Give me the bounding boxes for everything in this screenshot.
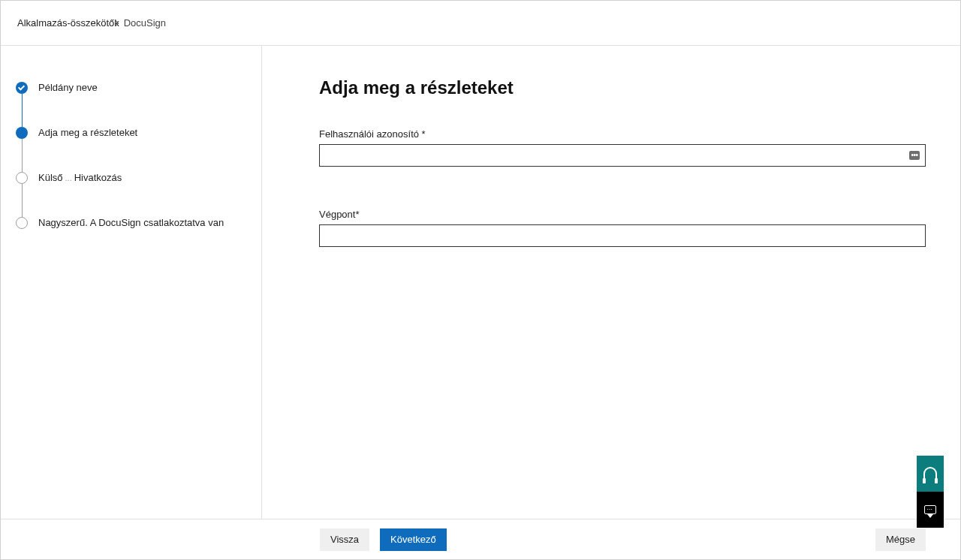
main-panel: Adja meg a részleteket Felhasználói azon…	[262, 46, 960, 519]
floating-actions	[917, 456, 944, 528]
back-button[interactable]: Vissza	[320, 528, 369, 551]
form-group-endpoint: Végpont*	[319, 209, 926, 247]
step-item-details[interactable]: Adja meg a részleteket	[16, 127, 261, 172]
step-connector	[22, 94, 23, 127]
step-label: Példány neve	[38, 82, 98, 94]
headset-icon	[923, 467, 937, 480]
step-label: Adja meg a részleteket	[38, 127, 137, 139]
user-id-label: Felhasználói azonosító *	[319, 128, 926, 140]
step-label: Nagyszerű. A DocuSign csatlakoztatva van	[38, 217, 224, 229]
breadcrumb-root[interactable]: Alkalmazás-összekötők	[17, 17, 119, 29]
step-connector	[22, 184, 23, 217]
chat-icon	[924, 505, 936, 514]
step-completed-icon	[16, 82, 28, 94]
step-item-external-link[interactable]: Külső...Hivatkozás	[16, 172, 261, 217]
step-label: Külső...Hivatkozás	[38, 172, 122, 184]
step-item-instance-name[interactable]: Példány neve	[16, 82, 261, 127]
cancel-button[interactable]: Mégse	[875, 528, 926, 551]
header-bar: Alkalmazás-összekötők DocuSign	[1, 1, 960, 46]
footer-toolbar: Vissza Következő Mégse	[1, 519, 960, 559]
step-current-icon	[16, 127, 28, 139]
step-item-done[interactable]: Nagyszerű. A DocuSign csatlakoztatva van	[16, 217, 261, 229]
chat-button[interactable]	[917, 492, 944, 528]
step-pending-icon	[16, 217, 28, 229]
support-button[interactable]	[917, 456, 944, 492]
chevron-right-icon	[113, 20, 119, 26]
form-group-user-id: Felhasználói azonosító *	[319, 128, 926, 167]
page-title: Adja meg a részleteket	[319, 77, 926, 98]
breadcrumb-current-label: DocuSign	[124, 17, 166, 29]
endpoint-label: Végpont*	[319, 209, 926, 220]
input-action-icon[interactable]	[909, 151, 920, 160]
endpoint-input[interactable]	[319, 224, 926, 247]
user-id-input[interactable]	[319, 144, 926, 167]
step-connector	[22, 139, 23, 172]
step-list: Példány neve Adja meg a részleteket Küls…	[16, 82, 261, 229]
breadcrumb-current: DocuSign	[110, 17, 166, 29]
next-button[interactable]: Következő	[380, 528, 447, 551]
wizard-sidebar: Példány neve Adja meg a részleteket Küls…	[1, 46, 262, 519]
step-pending-icon	[16, 172, 28, 184]
